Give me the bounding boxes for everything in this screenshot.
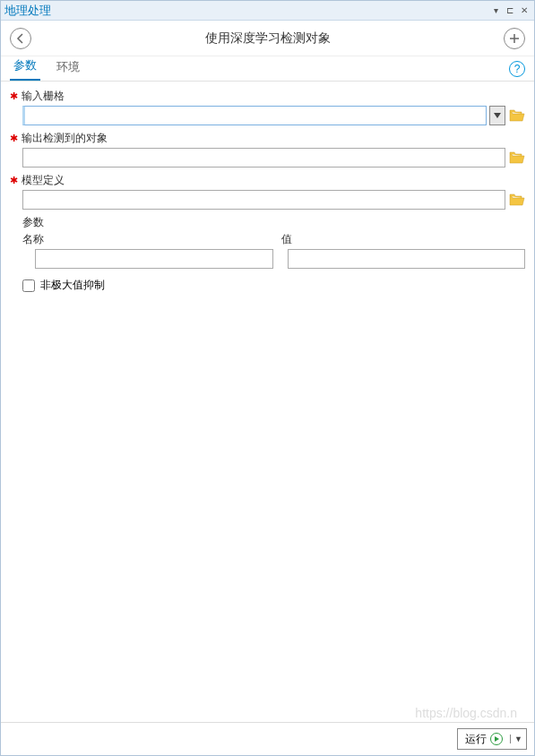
required-marker: ✱ bbox=[10, 175, 18, 186]
nms-row: 非极大值抑制 bbox=[10, 278, 525, 293]
add-button[interactable] bbox=[504, 28, 525, 49]
input-raster-input[interactable] bbox=[22, 106, 487, 125]
back-button[interactable] bbox=[10, 28, 31, 49]
tabs: 参数 环境 ? bbox=[1, 56, 534, 82]
param-value-input[interactable] bbox=[288, 249, 526, 269]
title-bar: 地理处理 ▾ ⊏ ✕ bbox=[1, 1, 534, 21]
model-definition-input[interactable] bbox=[22, 190, 505, 210]
form-area: ✱ 输入栅格 ✱ 输出检测到的对象 bbox=[1, 82, 534, 722]
browse-icon[interactable] bbox=[509, 193, 525, 207]
param-col-value: 值 bbox=[281, 232, 526, 247]
param-table-header: 参数 bbox=[10, 215, 525, 230]
footer: 运行 ▼ bbox=[1, 722, 534, 755]
geoprocessing-panel: 地理处理 ▾ ⊏ ✕ 使用深度学习检测对象 参数 环境 ? ✱ 输入栅格 bbox=[0, 0, 535, 756]
input-raster-label: 输入栅格 bbox=[22, 89, 65, 104]
help-icon[interactable]: ? bbox=[509, 61, 525, 77]
play-icon bbox=[490, 733, 503, 745]
field-model-definition: ✱ 模型定义 bbox=[10, 173, 525, 210]
param-name-input[interactable] bbox=[35, 249, 273, 269]
browse-icon[interactable] bbox=[509, 150, 525, 165]
param-table-section: 参数 名称 值 bbox=[10, 215, 525, 269]
dropdown-icon[interactable]: ▾ bbox=[489, 4, 502, 17]
field-input-raster: ✱ 输入栅格 bbox=[10, 89, 525, 125]
run-label: 运行 bbox=[465, 732, 487, 747]
window-title: 地理处理 bbox=[4, 3, 489, 19]
required-marker: ✱ bbox=[10, 133, 18, 144]
tab-parameters[interactable]: 参数 bbox=[10, 52, 40, 81]
close-icon[interactable]: ✕ bbox=[518, 4, 531, 17]
model-definition-label: 模型定义 bbox=[22, 173, 65, 188]
nms-label: 非极大值抑制 bbox=[40, 278, 105, 293]
required-marker: ✱ bbox=[10, 90, 18, 102]
tab-environment[interactable]: 环境 bbox=[53, 54, 83, 81]
browse-icon[interactable] bbox=[509, 108, 525, 123]
tool-title: 使用深度学习检测对象 bbox=[31, 30, 504, 47]
toolbar: 使用深度学习检测对象 bbox=[1, 21, 534, 56]
run-button[interactable]: 运行 ▼ bbox=[457, 728, 527, 750]
run-dropdown[interactable]: ▼ bbox=[510, 735, 526, 743]
nms-checkbox[interactable] bbox=[22, 279, 35, 292]
field-output-detected: ✱ 输出检测到的对象 bbox=[10, 131, 525, 168]
window-controls: ▾ ⊏ ✕ bbox=[489, 4, 531, 17]
param-col-name: 名称 bbox=[22, 232, 267, 247]
output-detected-input[interactable] bbox=[22, 148, 505, 168]
output-detected-label: 输出检测到的对象 bbox=[22, 131, 108, 146]
input-raster-dropdown[interactable] bbox=[489, 106, 505, 125]
pin-icon[interactable]: ⊏ bbox=[504, 4, 516, 17]
